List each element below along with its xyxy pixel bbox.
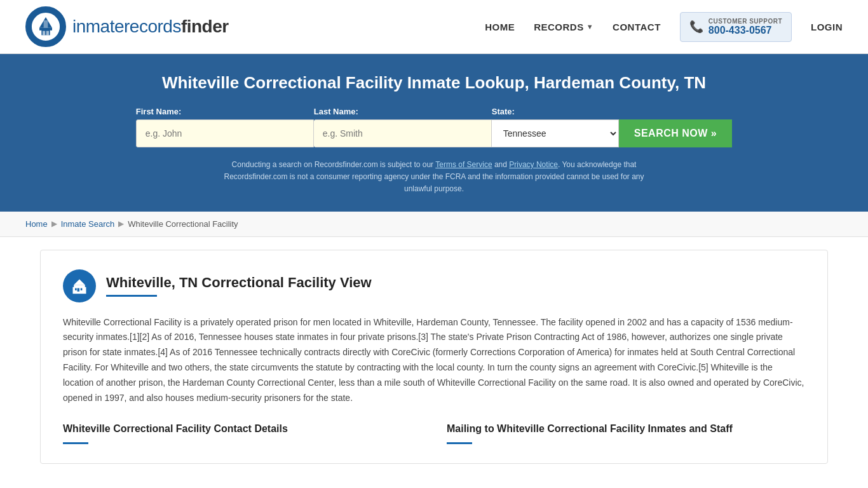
two-col-section: Whiteville Correctional Facility Contact… [63, 423, 805, 444]
mailing-section-title: Mailing to Whiteville Correctional Facil… [447, 423, 805, 437]
facility-description: Whiteville Correctional Facility is a pr… [63, 315, 805, 406]
svg-rect-11 [81, 288, 83, 290]
headset-icon: 📞 [689, 20, 703, 34]
support-number: 800-433-0567 [709, 25, 772, 36]
building-icon [71, 277, 88, 295]
logo-area: inmaterecordsfinder [25, 6, 229, 47]
svg-rect-8 [74, 285, 85, 287]
svg-marker-9 [74, 279, 85, 285]
breadcrumb-home[interactable]: Home [25, 219, 48, 229]
state-label: State: [492, 107, 515, 116]
last-name-group: Last Name: [314, 107, 492, 147]
main-content: Whiteville, TN Correctional Facility Vie… [15, 237, 853, 477]
search-now-button[interactable]: SEARCH NOW » [619, 119, 732, 147]
hero-title: Whiteville Correctional Facility Inmate … [25, 73, 843, 93]
breadcrumb: Home ▶ Inmate Search ▶ Whiteville Correc… [0, 212, 868, 237]
last-name-input[interactable] [314, 119, 492, 147]
svg-rect-5 [43, 31, 45, 36]
first-name-label: First Name: [136, 107, 182, 116]
disclaimer-text: Conducting a search on Recordsfinder.com… [212, 159, 656, 196]
contact-section: Whiteville Correctional Facility Contact… [63, 423, 421, 444]
facility-icon [63, 269, 96, 302]
first-name-group: First Name: [136, 107, 314, 147]
mailing-underline [447, 442, 472, 444]
breadcrumb-current: Whiteville Correctional Facility [128, 219, 238, 229]
site-header: inmaterecordsfinder HOME RECORDS ▼ CONTA… [0, 0, 868, 54]
svg-rect-2 [39, 28, 52, 30]
hero-banner: Whiteville Correctional Facility Inmate … [0, 54, 868, 212]
last-name-label: Last Name: [314, 107, 358, 116]
svg-rect-4 [44, 20, 48, 28]
nav-login[interactable]: LOGIN [811, 22, 843, 32]
nav-contact[interactable]: CONTACT [613, 22, 661, 32]
facility-title: Whiteville, TN Correctional Facility Vie… [106, 274, 372, 291]
contact-section-title: Whiteville Correctional Facility Contact… [63, 423, 421, 437]
svg-rect-12 [75, 288, 77, 290]
state-select[interactable]: Tennessee Alabama Alaska Arizona Califor… [492, 119, 619, 147]
facility-header: Whiteville, TN Correctional Facility Vie… [63, 269, 805, 302]
customer-support-button[interactable]: 📞 CUSTOMER SUPPORT 800-433-0567 [680, 12, 792, 42]
svg-rect-10 [78, 288, 80, 291]
privacy-link[interactable]: Privacy Notice [509, 160, 558, 169]
nav-records[interactable]: RECORDS ▼ [534, 22, 593, 32]
logo-icon [25, 6, 66, 47]
first-name-input[interactable] [136, 119, 314, 147]
search-form: First Name: Last Name: State: Tennessee … [25, 107, 843, 147]
facility-title-area: Whiteville, TN Correctional Facility Vie… [106, 274, 372, 297]
breadcrumb-sep-2: ▶ [118, 219, 124, 228]
terms-link[interactable]: Terms of Service [435, 160, 492, 169]
title-underline [106, 295, 157, 297]
state-group: State: Tennessee Alabama Alaska Arizona … [492, 107, 619, 147]
svg-rect-6 [46, 31, 49, 36]
content-card: Whiteville, TN Correctional Facility Vie… [40, 250, 828, 464]
main-nav: HOME RECORDS ▼ CONTACT 📞 CUSTOMER SUPPOR… [485, 12, 843, 42]
logo-text: inmaterecordsfinder [72, 17, 229, 37]
mailing-section: Mailing to Whiteville Correctional Facil… [447, 423, 805, 444]
breadcrumb-sep-1: ▶ [51, 219, 57, 228]
contact-underline [63, 442, 88, 444]
records-chevron-icon: ▼ [587, 23, 593, 30]
breadcrumb-inmate-search[interactable]: Inmate Search [61, 219, 115, 229]
nav-home[interactable]: HOME [485, 22, 515, 32]
support-label: CUSTOMER SUPPORT [709, 18, 782, 25]
